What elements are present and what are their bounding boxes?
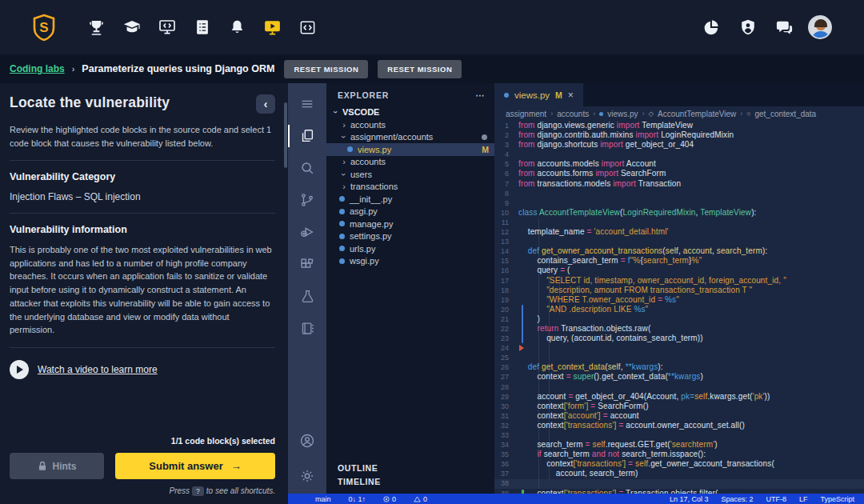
tree-root-vscode[interactable]: › VSCODE: [326, 106, 494, 118]
panel-scrollbar[interactable]: [284, 102, 287, 168]
graduation-icon[interactable]: [118, 14, 145, 41]
code-line[interactable]: 4: [494, 150, 864, 159]
code-line[interactable]: 8: [494, 189, 864, 198]
code-monitor-icon[interactable]: [154, 14, 180, 41]
sync-item[interactable]: 0↓ 1↑: [349, 495, 366, 503]
settings-gear-icon[interactable]: [288, 460, 326, 492]
code-line[interactable]: 32 context['transactions'] = account.own…: [494, 421, 864, 430]
run-debug-icon[interactable]: [288, 216, 326, 248]
statusbar-item[interactable]: Spaces: 2: [721, 495, 753, 503]
breadcrumb-item[interactable]: views.py: [607, 110, 638, 118]
code-line[interactable]: 18 "description, amount FROM transaction…: [494, 286, 864, 295]
account-icon[interactable]: [288, 425, 326, 457]
coding-labs-link[interactable]: Coding labs: [10, 63, 65, 74]
notebook-icon[interactable]: [288, 312, 326, 344]
tree-item-urls-py[interactable]: urls.py: [326, 242, 494, 255]
code-line[interactable]: 24: [494, 343, 864, 353]
git-branch-item[interactable]: main: [315, 495, 331, 503]
breadcrumb-item[interactable]: assignment: [506, 110, 546, 118]
more-actions-icon[interactable]: ⋯: [476, 90, 486, 100]
code-line[interactable]: 15 contains_search_term = f"%{search_ter…: [494, 256, 864, 266]
test-beaker-icon[interactable]: [288, 280, 326, 312]
tree-item-asgi-py[interactable]: asgi.py: [326, 206, 494, 218]
code-line[interactable]: 29 account = get_object_or_404(Account, …: [494, 392, 864, 402]
tree-item-assignment-accounts[interactable]: ›assignment/accounts: [326, 131, 494, 144]
code-line[interactable]: 19 "WHERE T.owner_account_id = %s": [494, 295, 864, 305]
avatar[interactable]: [808, 15, 832, 39]
code-box-icon[interactable]: [294, 14, 321, 41]
extensions-icon[interactable]: [288, 248, 326, 280]
code-line[interactable]: 3from django.shortcuts import get_object…: [494, 140, 864, 150]
code-line[interactable]: 17 "SELECT id, timestamp, owner_account_…: [494, 276, 864, 286]
code-line[interactable]: 21 ): [494, 314, 864, 324]
reset-mission-button-1[interactable]: RESET MISSION: [284, 60, 368, 78]
code-line[interactable]: 6from accounts.forms import SearchForm: [494, 169, 864, 178]
checklist-icon[interactable]: [189, 14, 215, 41]
code-line[interactable]: 12 template_name = 'account_detail.html': [494, 227, 864, 237]
tree-item-views-py[interactable]: views.pyM: [326, 143, 494, 156]
tree-item-settings-py[interactable]: settings.py: [326, 230, 494, 243]
submit-answer-button[interactable]: Submit answer →: [115, 453, 275, 479]
code-line[interactable]: 26 def get_context_data(self, **kwargs):: [494, 362, 864, 372]
code-line[interactable]: 9: [494, 198, 864, 208]
code-line[interactable]: 39 context['transactions'] = Transaction…: [494, 489, 864, 494]
code-line[interactable]: 30 context['form'] = SearchForm(): [494, 402, 864, 411]
tree-item-manage-py[interactable]: manage.py: [326, 218, 494, 230]
code-line[interactable]: 34 search_term = self.request.GET.get('s…: [494, 440, 864, 450]
chat-icon[interactable]: [771, 14, 798, 41]
code-line[interactable]: 14 def get_owner_account_transactions(se…: [494, 246, 864, 256]
code-line[interactable]: 28: [494, 382, 864, 392]
code-line[interactable]: 36 context['transactions'] = self.get_ow…: [494, 459, 864, 469]
statusbar-item[interactable]: LF: [799, 495, 808, 503]
code-line[interactable]: 20 "AND .description LIKE %s": [494, 305, 864, 314]
code-line[interactable]: 31 context['account'] = account: [494, 411, 864, 421]
explorer-icon[interactable]: [288, 120, 326, 152]
code-line[interactable]: 16 query = (: [494, 266, 864, 275]
code-line[interactable]: 27 context = super().get_context_data(**…: [494, 372, 864, 382]
shield-user-icon[interactable]: [734, 14, 761, 41]
code-line[interactable]: 35 if search_term and not search_term.is…: [494, 450, 864, 459]
warnings-item[interactable]: 0: [414, 495, 427, 503]
menu-icon[interactable]: [288, 88, 326, 120]
app-logo-icon[interactable]: S: [32, 14, 56, 41]
search-icon[interactable]: [288, 152, 326, 184]
hints-button[interactable]: Hints: [10, 453, 104, 479]
code-line[interactable]: 2from django.contrib.auth.mixins import …: [494, 130, 864, 140]
breadcrumb-item[interactable]: accounts: [557, 110, 589, 118]
pie-chart-icon[interactable]: [698, 14, 724, 41]
tree-item-transactions[interactable]: ›transactions: [326, 181, 494, 194]
code-line[interactable]: 11: [494, 218, 864, 227]
watch-video-link[interactable]: Watch a video to learn more: [10, 360, 275, 379]
bell-icon[interactable]: [224, 14, 250, 41]
statusbar-item[interactable]: TypeScript: [820, 495, 854, 503]
statusbar-item[interactable]: Ln 17, Col 3: [670, 495, 709, 503]
code-line[interactable]: 22 return Transaction.objects.raw(: [494, 324, 864, 334]
code-line[interactable]: 7from transactions.models import Transac…: [494, 179, 864, 189]
tree-item--init-py[interactable]: __init__.py: [326, 193, 494, 206]
code-line[interactable]: 33: [494, 430, 864, 440]
statusbar-item[interactable]: UTF-8: [766, 495, 786, 503]
breadcrumb-item[interactable]: AccountTemplateView: [658, 110, 736, 118]
video-player-icon[interactable]: [259, 14, 286, 41]
code-line[interactable]: 23 query, (account.id, contains_search_t…: [494, 334, 864, 343]
tree-item-accounts[interactable]: ›accounts: [326, 118, 494, 131]
tree-item-users[interactable]: ›users: [326, 168, 494, 181]
timeline-section[interactable]: TIMELINE: [326, 477, 494, 486]
code-line[interactable]: 13: [494, 237, 864, 246]
code-line[interactable]: 1from django.views.generic import Templa…: [494, 121, 864, 130]
code-line[interactable]: 10class AccountTemplateView(LoginRequire…: [494, 208, 864, 218]
source-control-icon[interactable]: [288, 184, 326, 216]
trophy-icon[interactable]: [83, 14, 110, 41]
code-line[interactable]: 25: [494, 353, 864, 362]
tab-views-py[interactable]: views.py M ×: [494, 83, 583, 106]
tree-item-accounts[interactable]: ›accounts: [326, 156, 494, 169]
outline-section[interactable]: OUTLINE: [326, 463, 494, 473]
code-line[interactable]: 37 account, search_term): [494, 469, 864, 478]
breadcrumb-item[interactable]: get_context_data: [754, 110, 816, 118]
errors-item[interactable]: 0: [383, 495, 396, 503]
close-tab-icon[interactable]: ×: [568, 90, 574, 101]
collapse-panel-button[interactable]: ‹: [256, 94, 275, 114]
reset-mission-button-2[interactable]: RESET MISSION: [378, 60, 462, 78]
code-line[interactable]: 5from accounts.models import Account: [494, 159, 864, 169]
tree-item-wsgi-py[interactable]: wsgi.py: [326, 255, 494, 268]
